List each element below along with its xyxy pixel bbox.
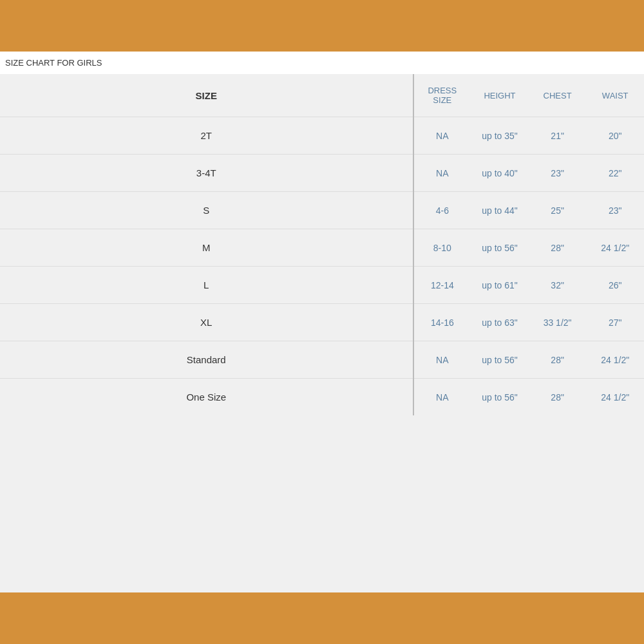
cell-height: up to 63" — [471, 304, 529, 341]
cell-dress-size: 8-10 — [413, 229, 471, 267]
cell-height: up to 61" — [471, 267, 529, 304]
table-row: 3-4TNAup to 40"23"22" — [0, 155, 644, 192]
cell-waist: 24 1/2" — [586, 341, 644, 379]
cell-size: L — [0, 267, 413, 304]
cell-chest: 28" — [529, 379, 587, 416]
cell-dress-size: NA — [413, 341, 471, 379]
table-row: L12-14up to 61"32"26" — [0, 267, 644, 304]
cell-waist: 24 1/2" — [586, 229, 644, 267]
table-row: StandardNAup to 56"28"24 1/2" — [0, 341, 644, 379]
header-waist: WAIST — [586, 74, 644, 117]
cell-chest: 25" — [529, 192, 587, 229]
cell-dress-size: 4-6 — [413, 192, 471, 229]
cell-height: up to 35" — [471, 117, 529, 155]
cell-chest: 32" — [529, 267, 587, 304]
table-row: 2TNAup to 35"21"20" — [0, 117, 644, 155]
cell-size: XL — [0, 304, 413, 341]
header-size: SIZE — [0, 74, 413, 117]
size-chart-table-wrapper: SIZE DRESS SIZE HEIGHT CHEST WAIST 2TNAu… — [0, 74, 644, 415]
cell-waist: 20" — [586, 117, 644, 155]
cell-chest: 28" — [529, 341, 587, 379]
table-row: S4-6up to 44"25"23" — [0, 192, 644, 229]
size-chart-table: SIZE DRESS SIZE HEIGHT CHEST WAIST 2TNAu… — [0, 74, 644, 415]
cell-waist: 23" — [586, 192, 644, 229]
cell-size: Standard — [0, 341, 413, 379]
cell-chest: 33 1/2" — [529, 304, 587, 341]
header-dress-size: DRESS SIZE — [413, 74, 471, 117]
top-bar — [0, 0, 644, 52]
cell-height: up to 56" — [471, 229, 529, 267]
table-row: One SizeNAup to 56"28"24 1/2" — [0, 379, 644, 416]
table-row: XL14-16up to 63"33 1/2"27" — [0, 304, 644, 341]
cell-chest: 21" — [529, 117, 587, 155]
cell-dress-size: NA — [413, 155, 471, 192]
cell-size: M — [0, 229, 413, 267]
cell-size: 3-4T — [0, 155, 413, 192]
header-height: HEIGHT — [471, 74, 529, 117]
cell-size: 2T — [0, 117, 413, 155]
cell-waist: 26" — [586, 267, 644, 304]
cell-dress-size: 14-16 — [413, 304, 471, 341]
cell-height: up to 56" — [471, 341, 529, 379]
bottom-bar — [0, 592, 644, 644]
table-row: M8-10up to 56"28"24 1/2" — [0, 229, 644, 267]
header-chest: CHEST — [529, 74, 587, 117]
cell-dress-size: NA — [413, 379, 471, 416]
page-title: SIZE CHART FOR GIRLS — [0, 52, 644, 74]
cell-waist: 22" — [586, 155, 644, 192]
cell-size: One Size — [0, 379, 413, 416]
cell-size: S — [0, 192, 413, 229]
cell-height: up to 40" — [471, 155, 529, 192]
cell-dress-size: NA — [413, 117, 471, 155]
cell-chest: 28" — [529, 229, 587, 267]
cell-waist: 27" — [586, 304, 644, 341]
table-body: 2TNAup to 35"21"20"3-4TNAup to 40"23"22"… — [0, 117, 644, 416]
cell-dress-size: 12-14 — [413, 267, 471, 304]
cell-height: up to 56" — [471, 379, 529, 416]
table-header-row: SIZE DRESS SIZE HEIGHT CHEST WAIST — [0, 74, 644, 117]
cell-waist: 24 1/2" — [586, 379, 644, 416]
cell-chest: 23" — [529, 155, 587, 192]
cell-height: up to 44" — [471, 192, 529, 229]
